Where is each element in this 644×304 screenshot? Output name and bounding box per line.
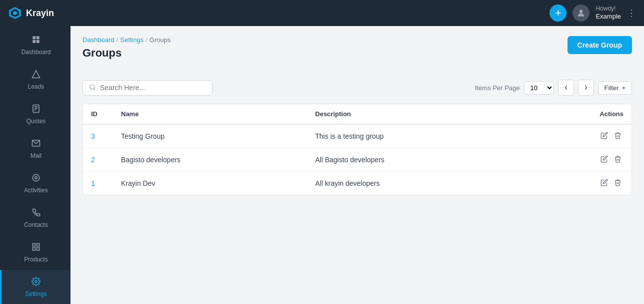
delete-button[interactable] (612, 154, 624, 165)
breadcrumb: Dashboard / Settings / Groups (82, 36, 170, 44)
sidebar-item-contacts[interactable]: Contacts (0, 201, 70, 235)
settings-icon (32, 277, 40, 288)
svg-marker-8 (32, 71, 40, 78)
sidebar-item-settings[interactable]: Settings (0, 270, 70, 304)
svg-rect-19 (37, 248, 40, 250)
page-header: Dashboard / Settings / Groups Groups Cre… (82, 36, 632, 70)
svg-point-20 (35, 280, 38, 283)
cell-name: Krayin Dev (113, 172, 307, 195)
quotes-icon (32, 104, 40, 116)
user-howdy: Howdy! (596, 5, 621, 13)
cell-name: Bagisto developers (113, 148, 307, 172)
svg-rect-6 (32, 40, 36, 43)
sidebar-item-leads[interactable]: Leads (0, 63, 70, 97)
svg-rect-17 (37, 243, 40, 246)
col-name: Name (113, 104, 307, 124)
toolbar-right: Items Per Page 10 25 50 100 Filter + (475, 80, 632, 96)
table-header-row: ID Name Description Actions (83, 104, 632, 124)
col-actions: Actions (526, 104, 632, 124)
breadcrumb-sep-2: / (146, 36, 148, 44)
col-id: ID (83, 104, 113, 124)
sidebar-item-activities[interactable]: Activities (0, 166, 70, 201)
svg-rect-16 (32, 243, 35, 246)
cell-actions (526, 172, 632, 195)
edit-button[interactable] (598, 178, 610, 189)
cell-name: Testing Group (113, 124, 307, 148)
next-page-button[interactable] (578, 80, 594, 96)
sidebar-item-label-products: Products (24, 256, 48, 263)
cell-description: All krayin developers (307, 172, 526, 195)
table-row: 1 Krayin Dev All krayin developers (83, 172, 632, 195)
sidebar-item-label-dashboard: Dashboard (22, 49, 51, 56)
svg-rect-7 (36, 40, 40, 43)
items-per-page-select[interactable]: 10 25 50 100 (524, 81, 554, 95)
table-row: 3 Testing Group This is a testing group (83, 124, 632, 148)
svg-point-14 (32, 174, 40, 181)
sidebar-item-products[interactable]: Products (0, 235, 70, 270)
contacts-icon (32, 208, 40, 219)
sidebar-item-label-quotes: Quotes (26, 118, 46, 125)
breadcrumb-dashboard[interactable]: Dashboard (82, 36, 114, 44)
cell-id: 1 (83, 172, 113, 195)
filter-plus-icon: + (622, 84, 626, 92)
brand-icon (8, 6, 22, 20)
sidebar-item-dashboard[interactable]: Dashboard (0, 28, 70, 63)
sidebar-item-label-settings: Settings (25, 290, 46, 297)
sidebar-item-label-leads: Leads (28, 83, 44, 90)
sidebar-item-mail[interactable]: Mail (0, 132, 70, 166)
table-container: ID Name Description Actions 3 Testing Gr… (82, 104, 632, 195)
filter-label: Filter (604, 84, 619, 92)
brand-logo: Krayin (8, 6, 54, 20)
prev-page-button[interactable] (558, 80, 574, 96)
cell-id: 3 (83, 124, 113, 148)
groups-table: ID Name Description Actions 3 Testing Gr… (83, 104, 632, 195)
more-options-icon[interactable]: ⋮ (627, 8, 636, 19)
main-content: Dashboard / Settings / Groups Groups Cre… (70, 26, 644, 304)
breadcrumb-current: Groups (150, 36, 171, 44)
cell-description: All Bagisto developers (307, 148, 526, 172)
activities-icon (32, 173, 40, 185)
cell-description: This is a testing group (307, 124, 526, 148)
svg-rect-5 (36, 36, 40, 39)
avatar (572, 5, 590, 22)
leads-icon (32, 70, 40, 81)
page-header-left: Dashboard / Settings / Groups Groups (82, 36, 170, 70)
search-icon (89, 84, 96, 92)
svg-point-15 (35, 177, 38, 179)
search-input[interactable] (100, 84, 206, 92)
svg-rect-18 (32, 248, 35, 250)
col-description: Description (307, 104, 526, 124)
navbar: Krayin + Howdy! Example ⋮ (0, 0, 644, 26)
breadcrumb-settings[interactable]: Settings (120, 36, 144, 44)
create-group-button[interactable]: Create Group (568, 36, 632, 54)
navbar-right: + Howdy! Example ⋮ (550, 5, 636, 22)
user-name: Example (596, 13, 621, 21)
items-per-page-label: Items Per Page (475, 84, 520, 92)
svg-rect-4 (32, 36, 36, 39)
delete-button[interactable] (612, 178, 624, 189)
svg-line-32 (94, 88, 96, 90)
brand-name: Krayin (26, 8, 54, 19)
search-box (82, 80, 212, 96)
toolbar: Items Per Page 10 25 50 100 Filter + (82, 80, 632, 96)
add-button[interactable]: + (550, 5, 566, 22)
edit-button[interactable] (598, 154, 610, 165)
mail-icon (32, 139, 40, 150)
sidebar-item-quotes[interactable]: Quotes (0, 97, 70, 132)
edit-button[interactable] (598, 131, 610, 142)
sidebar-item-label-mail: Mail (30, 152, 42, 159)
sidebar-item-label-contacts: Contacts (24, 221, 48, 228)
filter-button[interactable]: Filter + (598, 81, 632, 95)
sidebar: Dashboard Leads Quotes Mail Activities (0, 26, 70, 304)
user-info: Howdy! Example (596, 5, 621, 21)
svg-point-31 (90, 84, 94, 89)
cell-id: 2 (83, 148, 113, 172)
svg-point-3 (580, 10, 583, 13)
cell-actions (526, 124, 632, 148)
page-title: Groups (82, 47, 170, 60)
cell-actions (526, 148, 632, 172)
delete-button[interactable] (612, 131, 624, 142)
breadcrumb-sep-1: / (116, 36, 118, 44)
app-body: Dashboard Leads Quotes Mail Activities (0, 26, 644, 304)
sidebar-item-label-activities: Activities (24, 187, 48, 194)
